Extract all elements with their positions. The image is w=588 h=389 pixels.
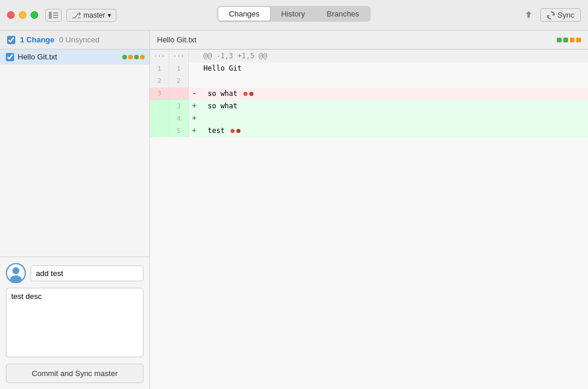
- tab-history[interactable]: History: [270, 7, 315, 21]
- diff-line-added-3: 3 + so what: [150, 100, 588, 112]
- diff-line-context-1: 1 1 Hello Git: [150, 62, 588, 75]
- maximize-button[interactable]: [31, 11, 38, 19]
- ln-new: 3: [169, 100, 188, 112]
- tab-changes[interactable]: Changes: [218, 7, 270, 21]
- commit-desc-input[interactable]: test desc: [6, 288, 143, 357]
- diff-marker: +: [188, 125, 200, 137]
- commit-sync-button[interactable]: Commit and Sync master: [6, 364, 143, 383]
- ln-new: ···: [169, 50, 188, 63]
- diff-line-text: [200, 75, 588, 87]
- diff-table: ··· ··· @@ -1,3 +1,5 @@ 1 1 Hello Git: [150, 49, 588, 137]
- view-icon-2: [563, 38, 568, 42]
- sidebar-toggle-icon: [49, 12, 58, 19]
- select-all-checkbox[interactable]: [7, 36, 15, 44]
- diff-marker: [188, 50, 200, 63]
- commit-title-input[interactable]: [31, 265, 143, 281]
- close-button[interactable]: [7, 11, 15, 19]
- diff-header: Hello Git.txt: [150, 31, 588, 49]
- svg-rect-0: [49, 12, 52, 19]
- file-status-icons: [122, 55, 145, 59]
- ln-old: 1: [150, 62, 169, 75]
- main-content: 1 Change 0 Unsynced Hello Git.txt: [0, 31, 588, 389]
- svg-point-6: [12, 267, 19, 274]
- file-item[interactable]: Hello Git.txt: [0, 49, 149, 65]
- diff-line-text: Hello Git: [200, 62, 588, 75]
- ln-new: [169, 88, 188, 100]
- ln-old: 3: [150, 88, 169, 100]
- branch-icon: ⎇: [72, 11, 81, 20]
- diff-marker: [188, 75, 200, 87]
- diff-hunk-header: ··· ··· @@ -1,3 +1,5 @@: [150, 50, 588, 63]
- sidebar: 1 Change 0 Unsynced Hello Git.txt: [0, 31, 150, 389]
- diff-marker: +: [188, 112, 200, 125]
- view-icon-4: [576, 38, 581, 42]
- branch-button[interactable]: ⎇ master ▾: [66, 9, 116, 22]
- hunk-label: @@ -1,3 +1,5 @@: [200, 50, 588, 63]
- inline-dot-dark2: [236, 129, 240, 133]
- ln-old: [150, 125, 169, 137]
- diff-line-removed-3: 3 - so what: [150, 88, 588, 100]
- changes-count: 1 Change: [20, 35, 55, 44]
- diff-line-added-4: 4 +: [150, 112, 588, 125]
- inline-dot-dark: [249, 92, 253, 96]
- ln-new: 1: [169, 62, 188, 75]
- status-dot-green: [122, 55, 127, 59]
- ln-old: 2: [150, 75, 169, 87]
- svg-rect-3: [53, 17, 58, 18]
- ln-new: 2: [169, 75, 188, 87]
- sidebar-toggle-button[interactable]: [45, 9, 62, 22]
- diff-line-text: test: [200, 125, 588, 137]
- status-dot-green2: [134, 55, 139, 59]
- diff-filename: Hello Git.txt: [157, 35, 196, 44]
- titlebar: ⎇ master ▾ Changes History Branches Sync: [0, 0, 588, 31]
- pull-button[interactable]: [524, 11, 533, 20]
- svg-rect-2: [53, 15, 58, 16]
- diff-marker: [188, 62, 200, 75]
- diff-line-text: so what: [200, 88, 588, 100]
- pull-icon: [524, 11, 533, 20]
- status-dot-orange2: [140, 55, 145, 59]
- inline-dot-red2: [230, 129, 235, 133]
- diff-marker: -: [188, 88, 200, 100]
- svg-rect-1: [53, 12, 58, 14]
- file-name: Hello Git.txt: [18, 52, 122, 61]
- ln-old: ···: [150, 50, 169, 63]
- chevron-down-icon: ▾: [108, 11, 111, 19]
- diff-line-text: so what: [200, 100, 588, 112]
- status-dot-orange: [128, 55, 133, 59]
- unsynced-count: 0 Unsynced: [59, 35, 100, 44]
- diff-marker: +: [188, 100, 200, 112]
- ln-new: 5: [169, 125, 188, 137]
- commit-area: test desc Commit and Sync master: [0, 257, 149, 389]
- commit-header: [6, 263, 143, 283]
- sync-button[interactable]: Sync: [540, 8, 581, 22]
- minimize-button[interactable]: [19, 11, 26, 19]
- window-controls: [7, 11, 38, 19]
- diff-line-context-2: 2 2: [150, 75, 588, 87]
- sync-label: Sync: [557, 11, 574, 19]
- ln-new: 4: [169, 112, 188, 125]
- diff-line-added-5: 5 + test: [150, 125, 588, 137]
- diff-content[interactable]: ··· ··· @@ -1,3 +1,5 @@ 1 1 Hello Git: [150, 49, 588, 389]
- toolbar-right: Sync: [524, 8, 581, 22]
- inline-dot-red: [243, 92, 248, 96]
- view-icon-1: [557, 38, 562, 42]
- tab-branches[interactable]: Branches: [316, 7, 370, 21]
- diff-view-icons: [557, 38, 581, 42]
- avatar: [6, 263, 26, 283]
- diff-panel: Hello Git.txt ··· ··· @@ -1,3 +1,5 @@: [150, 31, 588, 389]
- sidebar-header: 1 Change 0 Unsynced: [0, 31, 149, 49]
- ln-old: [150, 100, 169, 112]
- diff-line-text: [200, 112, 588, 125]
- file-list: Hello Git.txt: [0, 49, 149, 257]
- branch-name: master: [83, 11, 105, 19]
- ln-old: [150, 112, 169, 125]
- view-icon-3: [570, 38, 574, 42]
- sync-icon: [547, 11, 555, 19]
- toolbar-left: ⎇ master ▾: [45, 9, 116, 22]
- tab-group: Changes History Branches: [217, 6, 370, 22]
- file-checkbox[interactable]: [6, 53, 14, 61]
